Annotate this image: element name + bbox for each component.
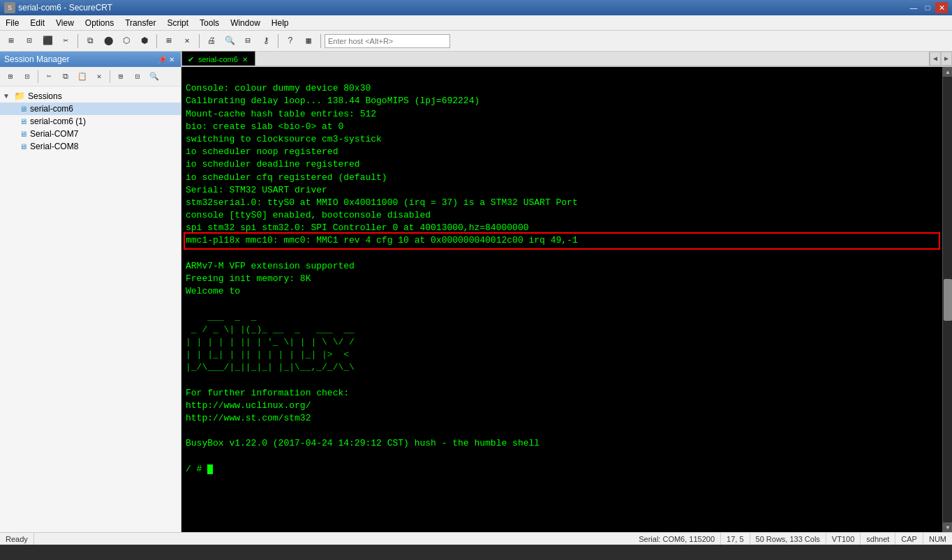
toolbar-btn-help[interactable]: ? (282, 33, 299, 50)
session-panel-pin-button[interactable]: 📌 (157, 54, 167, 64)
sm-delete-btn[interactable]: ✕ (91, 69, 107, 84)
tab-serial-com6[interactable]: ✔ serial-com6 ✕ (181, 51, 255, 66)
terminal-blank-4 (186, 451, 191, 462)
terminal-line-8: Serial: STM32 USART driver (186, 185, 327, 195)
sm-cut-btn[interactable]: ✂ (41, 69, 57, 84)
terminal-line-0: Console: colour dummy device 80x30 (186, 83, 371, 93)
tab-nav-right[interactable]: ▶ (941, 52, 952, 66)
menubar: File Edit View Options Transfer Script T… (0, 15, 952, 31)
status-extra-label: sdhnet (866, 535, 889, 543)
menu-transfer[interactable]: Transfer (119, 15, 161, 30)
maximize-button[interactable]: □ (921, 2, 934, 13)
tree-item-serial-com6-1[interactable]: 🖥 serial-com6 (1) (0, 115, 181, 128)
close-button[interactable]: ✕ (935, 2, 948, 13)
terminal-area[interactable]: Console: colour dummy device 80x30 Calib… (181, 67, 942, 532)
toolbar-btn-4[interactable]: ✂ (57, 33, 74, 50)
terminal-line-9: stm32serial.0: ttyS0 at MMIO 0x40011000 … (186, 197, 578, 208)
minimize-button[interactable]: — (907, 2, 920, 13)
ascii-art: ___ _ _ _ / _ \| |(_)_ __ _ ___ __ | | |… (186, 312, 355, 373)
menu-tools[interactable]: Tools (194, 15, 225, 30)
scrollbar[interactable]: ▲ ▼ (942, 67, 952, 532)
terminal-line-highlighted: mmc1-pl18x mmc10: mmc0: MMC1 rev 4 cfg 1… (186, 234, 938, 247)
status-serial: Serial: COM6, 115200 (633, 533, 721, 545)
tree-item-serial-com6[interactable]: 🖥 serial-com6 (0, 103, 181, 115)
toolbar-btn-find[interactable]: 🔍 (221, 33, 238, 50)
session-panel-header: Session Manager 📌 ✕ (0, 52, 181, 67)
toolbar-btn-3[interactable]: ⬛ (39, 33, 56, 50)
toolbar-btn-6[interactable]: ⬤ (100, 33, 117, 50)
toolbar-btn-script[interactable]: ▦ (300, 33, 317, 50)
status-ready: Ready (0, 533, 34, 545)
terminal-line-3: bio: create slab <bio-0> at 0 (186, 121, 343, 132)
menu-script[interactable]: Script (161, 15, 194, 30)
terminal-wrapper: Console: colour dummy device 80x30 Calib… (181, 67, 952, 532)
status-terminal-type: VT100 (826, 533, 861, 545)
terminal-line-info-3: http://www.st.com/stm32 (186, 413, 311, 423)
toolbar-btn-9[interactable]: ⊞ (161, 33, 177, 50)
terminal-line-14: Freeing init memory: 8K (186, 273, 311, 284)
toolbar-btn-2[interactable]: ⊡ (21, 33, 38, 50)
terminal-content: Console: colour dummy device 80x30 Calib… (181, 67, 942, 491)
status-rowscols-label: 50 Rows, 133 Cols (756, 535, 820, 543)
status-num-label: NUM (929, 535, 946, 543)
toolbar-btn-8[interactable]: ⬢ (136, 33, 153, 50)
menu-view[interactable]: View (50, 15, 80, 30)
toolbar-btn-print[interactable]: 🖨 (203, 33, 220, 50)
statusbar: Ready Serial: COM6, 115200 17, 5 50 Rows… (0, 532, 952, 545)
titlebar: S serial-com6 - SecureCRT — □ ✕ (0, 0, 952, 15)
session-toolbar: ⊞ ⊡ ✂ ⧉ 📋 ✕ ⊞ ⊡ 🔍 (0, 67, 181, 86)
toolbar-sep-3 (199, 34, 200, 48)
session-tree: ▼ 📁 Sessions 🖥 serial-com6 🖥 serial-com6… (0, 86, 181, 532)
terminal-line-7: io scheduler cfq registered (default) (186, 172, 387, 183)
menu-help[interactable]: Help (266, 15, 295, 30)
tree-item-label-1: serial-com6 (1) (30, 116, 86, 126)
tabs-bar: ✔ serial-com6 ✕ ◀ ▶ (181, 52, 952, 67)
menu-edit[interactable]: Edit (24, 15, 50, 30)
status-ready-label: Ready (6, 535, 28, 543)
terminal-busybox: BusyBox v1.22.0 (2017-04-24 14:29:12 CST… (186, 438, 540, 448)
toolbar-btn-5[interactable]: ⧉ (82, 33, 98, 50)
sm-props-btn[interactable]: ⊞ (113, 69, 128, 84)
scroll-up-button[interactable]: ▲ (943, 67, 952, 77)
toolbar-sep-5 (320, 34, 321, 48)
tab-nav-left[interactable]: ◀ (930, 52, 941, 66)
status-cap: CAP (895, 533, 923, 545)
titlebar-buttons[interactable]: — □ ✕ (907, 2, 948, 13)
toolbar-btn-map[interactable]: ⊟ (239, 33, 256, 50)
sm-new-session-btn[interactable]: ⊞ (3, 69, 18, 84)
toolbar-btn-7[interactable]: ⬡ (118, 33, 135, 50)
tree-item-serial-com8[interactable]: 🖥 Serial-COM8 (0, 140, 181, 153)
sm-paste-btn[interactable]: 📋 (75, 69, 90, 84)
menu-options[interactable]: Options (80, 15, 119, 30)
terminal-line-6: io scheduler deadline registered (186, 159, 360, 169)
menu-file[interactable]: File (0, 15, 24, 30)
sm-copy-btn[interactable]: ⧉ (58, 69, 73, 84)
main-content: ✔ serial-com6 ✕ ◀ ▶ Console: colour dumm… (181, 52, 952, 532)
terminal-line-2: Mount-cache hash table entries: 512 (186, 109, 376, 119)
tree-item-serial-com7[interactable]: 🖥 Serial-COM7 (0, 128, 181, 140)
status-terminal-type-label: VT100 (832, 535, 854, 543)
sm-sep-1 (38, 70, 38, 83)
tab-close-button[interactable]: ✕ (242, 56, 248, 63)
session-panel: Session Manager 📌 ✕ ⊞ ⊡ ✂ ⧉ 📋 ✕ ⊞ ⊡ 🔍 ▼ … (0, 52, 181, 532)
toolbar-btn-key[interactable]: ⚷ (258, 33, 274, 50)
terminal-line-15: Welcome to (186, 286, 240, 296)
new-session-button[interactable]: ⊞ (3, 33, 20, 50)
toolbar-btn-10[interactable]: ✕ (179, 33, 195, 50)
menu-window[interactable]: Window (225, 15, 266, 30)
tree-sessions-root[interactable]: ▼ 📁 Sessions (0, 89, 181, 103)
session-panel-close-button[interactable]: ✕ (167, 54, 177, 64)
toolbar-sep-2 (156, 34, 157, 48)
sm-search-btn[interactable]: 🔍 (147, 69, 162, 84)
scrollbar-thumb[interactable] (944, 279, 952, 321)
tree-item-label-3: Serial-COM8 (30, 142, 78, 151)
app-icon: S (4, 2, 15, 13)
terminal-line-info-2: http://www.uclinux.org/ (186, 400, 311, 411)
scroll-down-button[interactable]: ▼ (943, 522, 952, 532)
tree-item-label-0: serial-com6 (30, 104, 73, 114)
sm-sep-2 (110, 70, 110, 83)
toolbar-sep-1 (77, 34, 78, 48)
sm-btn-2[interactable]: ⊡ (20, 69, 35, 84)
host-input[interactable] (325, 34, 450, 48)
sm-btn-8[interactable]: ⊡ (130, 69, 145, 84)
